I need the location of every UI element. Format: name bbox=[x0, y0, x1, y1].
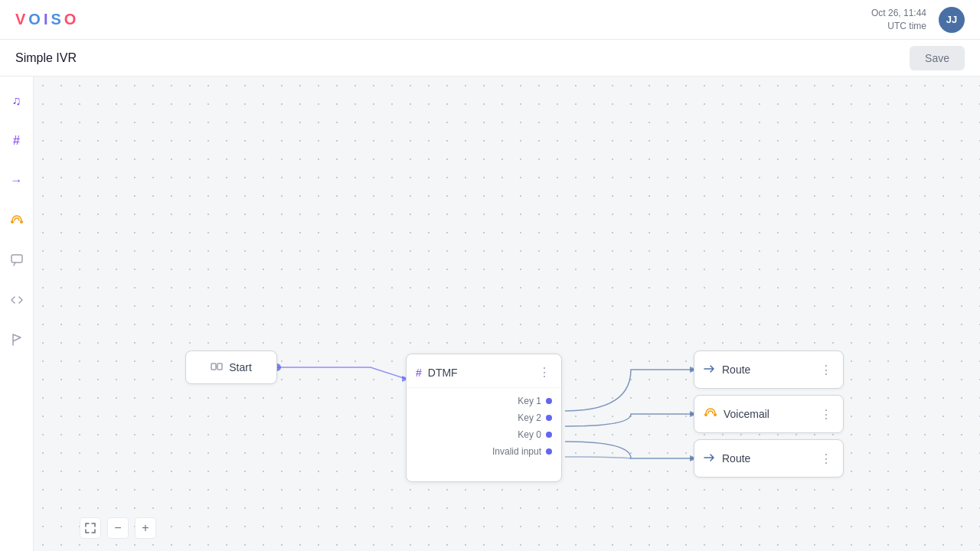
zoom-in-button[interactable]: + bbox=[135, 517, 156, 539]
datetime: Oct 26, 11:44 UTC time bbox=[871, 7, 926, 33]
canvas[interactable]: Start # DTMF ⋮ Key 1 Key 2 bbox=[34, 77, 980, 551]
route2-label: Route bbox=[722, 452, 750, 465]
invalid-dot bbox=[546, 448, 552, 455]
sidebar-music-icon[interactable]: ♫ bbox=[5, 89, 29, 113]
dtmf-output-key1: Key 1 bbox=[416, 396, 552, 406]
voicemail-node[interactable]: Voicemail ⋮ bbox=[694, 395, 844, 433]
voicemail-waves-icon bbox=[704, 408, 717, 421]
avatar[interactable]: JJ bbox=[939, 7, 965, 33]
logo-o1: O bbox=[28, 11, 42, 28]
sidebar: ♫ # → bbox=[0, 77, 34, 551]
route-node-2[interactable]: Route ⋮ bbox=[694, 439, 844, 478]
sub-header: Simple IVR Save bbox=[0, 40, 980, 77]
dtmf-header: # DTMF ⋮ bbox=[407, 354, 561, 388]
logo: V O I S O bbox=[15, 11, 77, 28]
route2-left: Route bbox=[704, 452, 750, 465]
logo-s: S bbox=[51, 11, 62, 28]
start-node[interactable]: Start bbox=[185, 350, 277, 384]
sidebar-code-icon[interactable] bbox=[5, 288, 29, 312]
voicemail-left: Voicemail bbox=[704, 408, 769, 421]
route1-left: Route bbox=[704, 364, 750, 376]
dtmf-node[interactable]: # DTMF ⋮ Key 1 Key 2 Key 0 bbox=[406, 354, 562, 482]
key2-dot bbox=[546, 415, 552, 421]
svg-point-1 bbox=[20, 220, 23, 223]
sidebar-route-icon[interactable]: → bbox=[5, 168, 29, 193]
page-title: Simple IVR bbox=[15, 51, 77, 65]
logo-v: V bbox=[15, 11, 27, 28]
header: V O I S O Oct 26, 11:44 UTC time JJ bbox=[0, 0, 980, 40]
start-label: Start bbox=[229, 361, 252, 373]
key1-dot bbox=[546, 398, 552, 404]
sidebar-chat-icon[interactable] bbox=[5, 248, 29, 272]
svg-point-0 bbox=[11, 220, 14, 223]
svg-point-11 bbox=[704, 413, 707, 416]
dtmf-outputs: Key 1 Key 2 Key 0 Invalid input bbox=[407, 388, 561, 465]
sidebar-flag-icon[interactable] bbox=[5, 328, 29, 352]
flow-container: Start # DTMF ⋮ Key 1 Key 2 bbox=[34, 77, 980, 551]
svg-point-12 bbox=[714, 413, 717, 416]
route1-label: Route bbox=[722, 364, 750, 376]
save-button[interactable]: Save bbox=[910, 46, 965, 70]
route2-menu-button[interactable]: ⋮ bbox=[818, 450, 834, 468]
logo-i: I bbox=[44, 11, 50, 28]
route1-menu-button[interactable]: ⋮ bbox=[818, 361, 834, 379]
start-icon bbox=[211, 360, 223, 375]
zoom-out-button[interactable]: − bbox=[107, 517, 129, 539]
fit-button[interactable] bbox=[80, 517, 101, 539]
logo-o2: O bbox=[64, 11, 78, 28]
route-node-1[interactable]: Route ⋮ bbox=[694, 350, 844, 389]
route2-arrow-icon bbox=[704, 452, 716, 465]
dtmf-label: DTMF bbox=[428, 367, 458, 379]
zoom-controls: − + bbox=[80, 517, 156, 539]
key0-dot bbox=[546, 432, 552, 438]
key0-label: Key 0 bbox=[518, 429, 541, 440]
dtmf-output-key0: Key 0 bbox=[416, 429, 552, 440]
svg-rect-2 bbox=[11, 255, 22, 262]
sidebar-hash-icon[interactable]: # bbox=[5, 129, 29, 153]
sidebar-voicemail-icon[interactable] bbox=[5, 208, 29, 233]
dtmf-output-invalid: Invalid input bbox=[416, 446, 552, 457]
dtmf-menu-button[interactable]: ⋮ bbox=[537, 364, 552, 381]
dtmf-title: # DTMF bbox=[416, 367, 458, 379]
date-time-line1: Oct 26, 11:44 bbox=[871, 7, 926, 20]
svg-rect-9 bbox=[217, 364, 222, 370]
voicemail-menu-button[interactable]: ⋮ bbox=[818, 406, 834, 423]
dtmf-hash-icon: # bbox=[416, 367, 422, 379]
invalid-label: Invalid input bbox=[492, 446, 541, 457]
svg-rect-8 bbox=[211, 364, 216, 370]
voicemail-label: Voicemail bbox=[724, 408, 769, 420]
dtmf-output-key2: Key 2 bbox=[416, 412, 552, 423]
key1-label: Key 1 bbox=[518, 396, 541, 406]
key2-label: Key 2 bbox=[518, 412, 541, 423]
timezone-line: UTC time bbox=[871, 20, 926, 33]
header-right: Oct 26, 11:44 UTC time JJ bbox=[871, 7, 965, 33]
route1-arrow-icon bbox=[704, 364, 716, 376]
